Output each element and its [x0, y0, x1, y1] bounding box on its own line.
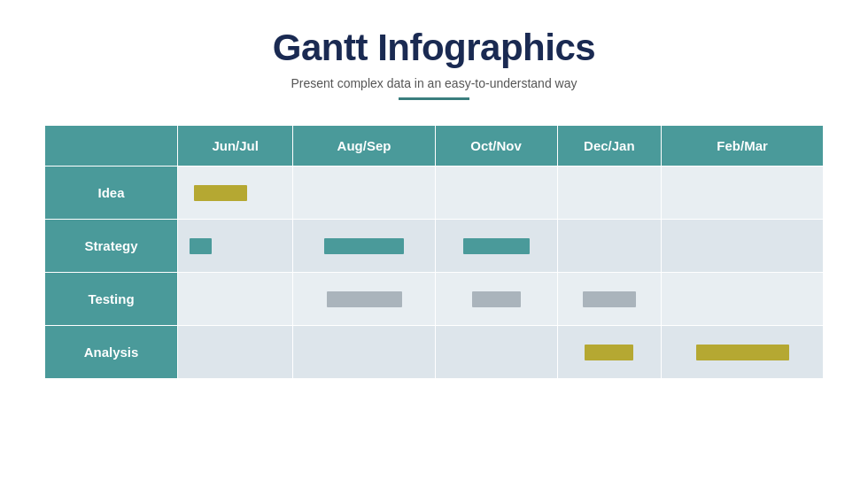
header-label-col — [45, 126, 178, 167]
cell-testing-feb — [662, 273, 824, 326]
cell-analysis-jun — [178, 326, 293, 379]
bar-container — [185, 230, 285, 261]
bar-container — [443, 230, 550, 261]
row-label-strategy: Strategy — [45, 220, 178, 273]
cell-idea-oct — [435, 167, 557, 220]
bar-container — [185, 177, 285, 208]
table-row: Testing — [45, 273, 824, 326]
bar-container — [565, 337, 655, 368]
row-label-idea: Idea — [45, 167, 178, 220]
header-oct-nov: Oct/Nov — [435, 126, 557, 167]
cell-strategy-oct — [435, 220, 557, 273]
cell-strategy-feb — [662, 220, 824, 273]
bar-idea-jun — [194, 185, 247, 201]
header-feb-mar: Feb/Mar — [662, 126, 824, 167]
row-label-analysis: Analysis — [45, 326, 178, 379]
table-row: Analysis — [45, 326, 824, 379]
cell-testing-aug — [293, 273, 435, 326]
header-aug-sep: Aug/Sep — [293, 126, 435, 167]
page: Gantt Infographics Present complex data … — [0, 0, 868, 488]
cell-idea-aug — [293, 167, 435, 220]
table-row: Strategy — [45, 220, 824, 273]
bar-container — [565, 283, 655, 314]
cell-idea-jun — [178, 167, 293, 220]
page-title: Gantt Infographics — [273, 27, 595, 69]
title-underline — [399, 97, 469, 100]
page-subtitle: Present complex data in an easy-to-under… — [291, 76, 577, 90]
cell-strategy-jun — [178, 220, 293, 273]
bar-testing-dec — [583, 291, 636, 307]
cell-analysis-feb — [662, 326, 824, 379]
bar-container — [300, 230, 427, 261]
header-dec-jan: Dec/Jan — [557, 126, 662, 167]
bar-analysis-dec — [585, 345, 633, 360]
cell-analysis-oct — [435, 326, 557, 379]
table-header-row: Jun/Jul Aug/Sep Oct/Nov Dec/Jan Feb/Mar — [45, 126, 824, 167]
table-row: Idea — [45, 167, 824, 220]
bar-container — [669, 337, 816, 368]
bar-testing-aug — [327, 291, 402, 307]
cell-testing-jun — [178, 273, 293, 326]
bar-strategy-jun — [190, 238, 212, 254]
bar-testing-oct — [472, 291, 521, 307]
bar-analysis-feb — [696, 345, 789, 360]
cell-analysis-aug — [293, 326, 435, 379]
cell-testing-oct — [435, 273, 557, 326]
header-jun-jul: Jun/Jul — [178, 126, 293, 167]
cell-strategy-dec — [557, 220, 662, 273]
gantt-table: Jun/Jul Aug/Sep Oct/Nov Dec/Jan Feb/Mar … — [44, 125, 824, 379]
bar-strategy-oct — [463, 238, 530, 254]
cell-idea-feb — [662, 167, 824, 220]
cell-analysis-dec — [557, 326, 662, 379]
cell-idea-dec — [557, 167, 662, 220]
bar-container — [300, 283, 427, 314]
cell-strategy-aug — [293, 220, 435, 273]
row-label-testing: Testing — [45, 273, 178, 326]
cell-testing-dec — [557, 273, 662, 326]
bar-container — [443, 283, 550, 314]
bar-strategy-aug — [324, 238, 404, 254]
